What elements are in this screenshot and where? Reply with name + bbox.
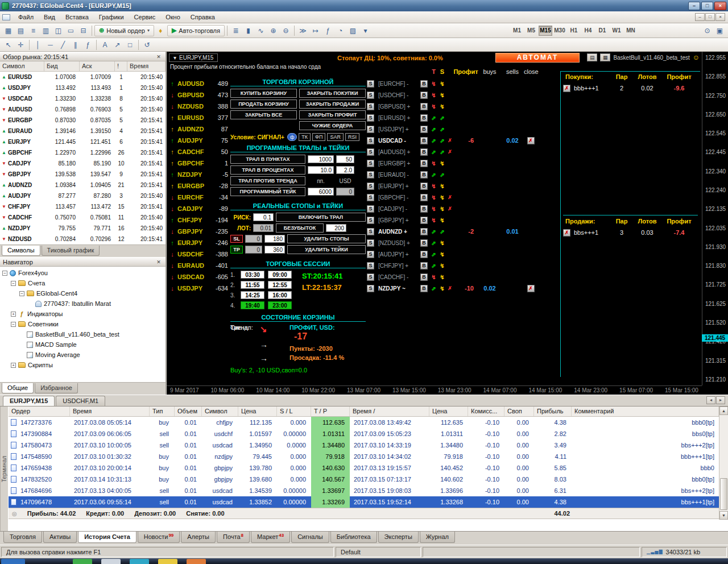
expander-icon[interactable]: +: [11, 363, 16, 368]
basket-button[interactable]: ПРОДАТЬ КОРЗИНУ: [230, 99, 297, 109]
basket-button[interactable]: ЗАКРЫТЬ ВСЕ: [230, 110, 297, 119]
expander-icon[interactable]: −: [19, 291, 24, 296]
market-watch-row[interactable]: ▼GBPJPY139.538139.547920:15:41: [0, 169, 166, 180]
history-row[interactable]: 1475804732017.03.10 10:00:05sell0.01usdc…: [9, 439, 719, 451]
mdi-minimize-icon[interactable]: –: [695, 13, 705, 21]
sell-button[interactable]: S: [367, 273, 374, 281]
close-basket-icon[interactable]: ✗: [563, 85, 570, 92]
buy-button[interactable]: B: [420, 217, 428, 224]
close-icon[interactable]: ✕: [155, 259, 163, 265]
tp-input-1[interactable]: 0: [245, 246, 262, 254]
basket-button[interactable]: КУПИТЬ КОРЗИНУ: [230, 89, 297, 98]
tree-item[interactable]: +Скрипты: [0, 360, 166, 370]
magnifier-icon[interactable]: ⊙: [701, 25, 713, 36]
tab-scroll-right-icon[interactable]: ▸: [716, 396, 725, 404]
history-row[interactable]: 1473908842017.03.09 06:06:05sell0.01usdc…: [9, 428, 719, 439]
session-from-input[interactable]: 03:30: [241, 271, 264, 279]
buy-button[interactable]: B: [420, 228, 428, 235]
tab-scroll-left-icon[interactable]: ◂: [706, 396, 715, 404]
breakeven-button[interactable]: БЕЗУБЫТОК: [276, 223, 324, 233]
market-watch-row[interactable]: ▼CHFJPY113.457113.4721520:15:41: [0, 201, 166, 212]
terminal-tab[interactable]: Новости99: [138, 532, 180, 543]
menu-item[interactable]: Окно: [160, 13, 185, 22]
market-watch-row[interactable]: ▲EURUSD1.070081.07009120:15:40: [0, 72, 166, 82]
sl-input-1[interactable]: 0: [245, 235, 262, 243]
data-window-icon[interactable]: ▥: [40, 25, 52, 36]
trendline-icon[interactable]: ╱: [57, 39, 69, 51]
sell-button[interactable]: S: [367, 80, 374, 88]
buy-button[interactable]: B: [420, 80, 428, 88]
column-header[interactable]: Тип: [150, 407, 175, 416]
market-watch-row[interactable]: ▲NZDJPY79.75579.7711620:15:40: [0, 223, 166, 234]
fibonacci-icon[interactable]: ƒ: [82, 39, 94, 51]
expander-icon[interactable]: −: [2, 271, 7, 276]
sell-button[interactable]: S: [367, 239, 374, 247]
automat-button[interactable]: АВТОМАТ: [495, 53, 580, 63]
condition-button[interactable]: ТК: [299, 133, 311, 141]
stats-icon[interactable]: ▤: [587, 53, 597, 61]
terminal-toggle-icon[interactable]: ▭: [65, 25, 77, 36]
sell-button[interactable]: S: [367, 251, 374, 258]
session-from-input[interactable]: 19:40: [241, 301, 264, 309]
windows-cascade-icon[interactable]: ▣: [714, 25, 726, 36]
basket-button[interactable]: ЗАКРЫТЬ ПОКУПКИ: [299, 89, 366, 98]
channel-icon[interactable]: ∥: [69, 39, 81, 51]
trail-button[interactable]: ТРАЛ В ПРОЦЕНТАХ: [230, 165, 305, 175]
session-to-input[interactable]: 09:00: [268, 271, 292, 279]
terminal-tab[interactable]: Сигналы: [291, 532, 329, 543]
bar-chart-icon[interactable]: ≣: [230, 25, 242, 36]
metaeditor-icon[interactable]: ♦: [155, 25, 167, 36]
condition-button[interactable]: RSI: [345, 133, 359, 141]
menu-item[interactable]: Вставка: [60, 13, 94, 22]
buy-button[interactable]: B: [420, 183, 428, 190]
basket-button[interactable]: ЗАКРЫТЬ ПРОФИТ: [299, 110, 366, 119]
timeframe-w1[interactable]: W1: [610, 26, 623, 36]
buy-button[interactable]: B: [420, 92, 428, 99]
profiles-icon[interactable]: ▤: [15, 25, 27, 36]
buy-button[interactable]: B: [420, 262, 428, 269]
market-watch-row[interactable]: ▲GBPCHF1.229701.229962620:15:41: [0, 147, 166, 158]
buy-button[interactable]: B: [420, 251, 428, 258]
market-watch-row[interactable]: ▼CADJPY85.18085.1901020:15:41: [0, 158, 166, 169]
market-watch-row[interactable]: ▲EURAUD1.391461.39150420:15:41: [0, 126, 166, 136]
history-row[interactable]: 1472733762017.03.08 05:05:14buy0.01chfjp…: [9, 417, 719, 428]
session-to-input[interactable]: 12:55: [268, 281, 292, 289]
tree-item[interactable]: −Счета: [0, 278, 166, 288]
tree-item[interactable]: 2770437: Ibatullin Marat: [0, 298, 166, 309]
sell-button[interactable]: S: [367, 217, 374, 224]
sell-button[interactable]: S: [367, 92, 374, 99]
buy-button[interactable]: B: [420, 273, 428, 281]
navigator-tab[interactable]: Общие: [2, 383, 34, 393]
trail-button[interactable]: ТРАЛ ПРОТИВ ТРЕНДА: [230, 176, 305, 185]
terminal-tab[interactable]: Алерты: [181, 532, 216, 543]
shapes-icon[interactable]: □: [124, 39, 136, 51]
crosshair-icon[interactable]: ✛: [15, 39, 27, 51]
scroll-up-icon[interactable]: ▲: [719, 407, 728, 415]
column-header[interactable]: Ордер: [9, 407, 70, 416]
delete-takes-button[interactable]: УДАЛИТЬ ТЕЙКИ: [287, 245, 366, 254]
sell-button[interactable]: S: [367, 148, 374, 156]
new-chart-icon[interactable]: ▦: [2, 25, 14, 36]
sell-button[interactable]: S: [367, 205, 374, 213]
close-position-button[interactable]: ✗: [527, 285, 535, 292]
column-header[interactable]: Цена: [238, 407, 277, 416]
taskbar-item[interactable]: [187, 559, 206, 564]
column-header[interactable]: Время /: [350, 407, 429, 416]
tree-item[interactable]: −Forex4you: [0, 268, 166, 278]
buy-button[interactable]: B: [420, 285, 428, 292]
trail-input[interactable]: 0: [336, 188, 354, 196]
market-watch-toggle-icon[interactable]: ≡: [27, 25, 39, 36]
buy-button[interactable]: B: [420, 239, 428, 247]
market-watch-tab[interactable]: Символы: [2, 246, 40, 256]
tree-item[interactable]: −EGlobal-Cent4: [0, 288, 166, 298]
tree-item[interactable]: +ƒИндикаторы: [0, 309, 166, 319]
history-row[interactable]: 1475485902017.03.10 01:30:32buy0.01nzdjp…: [9, 451, 719, 462]
sell-button[interactable]: S: [367, 262, 374, 269]
terminal-tab[interactable]: Эксперты: [378, 532, 419, 543]
trail-input[interactable]: 2.0: [336, 166, 354, 174]
trail-input[interactable]: 1000: [308, 155, 334, 163]
scroll-down-icon[interactable]: ▼: [719, 511, 728, 520]
trail-input[interactable]: 50: [336, 155, 354, 163]
maximize-icon[interactable]: □: [701, 2, 713, 10]
taskbar-item[interactable]: [158, 559, 177, 564]
